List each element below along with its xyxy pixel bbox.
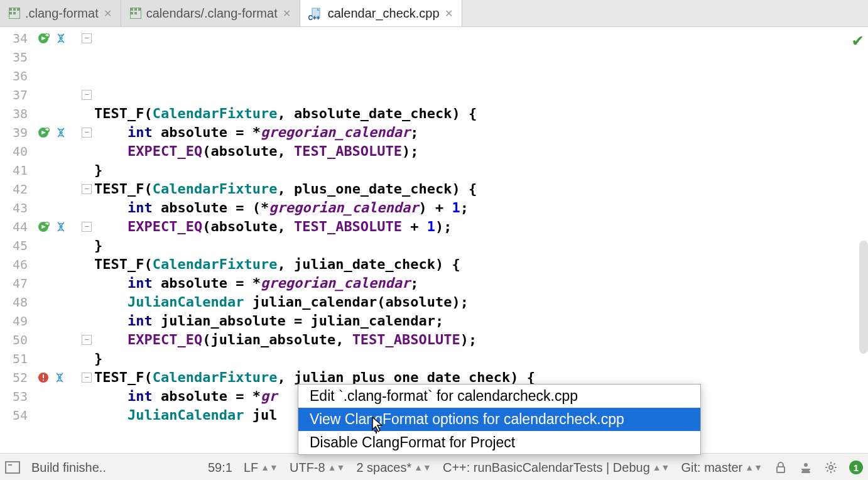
context-menu: Edit `.clang-format` for calendarcheck.c… <box>298 384 701 455</box>
svg-line-33 <box>827 471 828 472</box>
fold-toggle-icon[interactable]: − <box>82 184 92 194</box>
line-number[interactable]: 53 <box>0 387 28 406</box>
run-context[interactable]: C++: runBasicCalendarTests | Debug ▲▼ <box>443 461 670 475</box>
line-number[interactable]: 46 <box>0 255 28 274</box>
line-number[interactable]: 47 <box>0 274 28 293</box>
code-line[interactable]: int absolute = *gregorian_calendar; <box>94 274 868 293</box>
code-line[interactable]: int absolute = (*gregorian_calendar) + 1… <box>94 199 868 217</box>
context-menu-item[interactable]: Disable ClangFormat for Project <box>298 431 700 454</box>
line-number[interactable]: 43 <box>0 199 28 217</box>
line-number[interactable]: 38 <box>0 104 28 123</box>
line-number[interactable]: 37 <box>0 85 28 104</box>
line-number-gutter[interactable]: 3435363738394041424344454647484950515253… <box>0 27 31 453</box>
line-number[interactable]: 44 <box>0 217 28 236</box>
code-line[interactable]: EXPECT_EQ(absolute, TEST_ABSOLUTE + 1); <box>94 217 868 236</box>
close-icon[interactable]: ✕ <box>104 8 112 19</box>
code-line[interactable]: } <box>94 349 868 368</box>
svg-line-31 <box>834 471 835 472</box>
line-number[interactable]: 48 <box>0 293 28 312</box>
indent-settings[interactable]: 2 spaces* ▲▼ <box>356 461 431 475</box>
lock-icon[interactable] <box>774 461 788 474</box>
inspection-ok-icon[interactable]: ✔ <box>852 31 863 50</box>
line-number[interactable]: 45 <box>0 236 28 255</box>
line-number[interactable]: 50 <box>0 330 28 349</box>
code-line[interactable]: TEST_F(CalendarFixture, plus_one_date_ch… <box>94 180 868 199</box>
tab-label: .clang-format <box>25 6 99 21</box>
line-number[interactable]: 40 <box>0 142 28 161</box>
svg-point-25 <box>829 466 833 469</box>
code-line[interactable]: EXPECT_EQ(absolute, TEST_ABSOLUTE); <box>94 142 868 161</box>
chevron-updown-icon: ▲▼ <box>328 462 345 472</box>
line-separator[interactable]: LF ▲▼ <box>244 461 278 475</box>
run-test-icon[interactable] <box>38 126 50 139</box>
fold-toggle-icon[interactable]: − <box>82 335 92 345</box>
line-number[interactable]: 39 <box>0 123 28 142</box>
tab-label: calendar_check.cpp <box>328 6 440 21</box>
code-line[interactable]: EXPECT_EQ(julian_absolute, TEST_ABSOLUTE… <box>94 330 868 349</box>
context-menu-item[interactable]: View ClangFormat options for calendarche… <box>298 408 700 431</box>
inspector-icon[interactable] <box>799 461 813 474</box>
fold-column: −−−−−−− <box>82 27 94 453</box>
fold-toggle-icon[interactable]: − <box>82 373 92 383</box>
line-number[interactable]: 54 <box>0 406 28 425</box>
svg-line-32 <box>834 464 835 465</box>
tab-calendars-clang-format[interactable]: calendars/.clang-format ✕ <box>121 0 300 26</box>
code-line[interactable]: int julian_absolute = julian_calendar; <box>94 312 868 330</box>
line-number[interactable]: 41 <box>0 161 28 180</box>
editor-tabs: .clang-format ✕ calendars/.clang-format … <box>0 0 868 27</box>
gutter-mark-row <box>31 217 82 236</box>
code-line[interactable]: TEST_F(CalendarFixture, julian_date_chec… <box>94 255 868 274</box>
method-separator-icon <box>55 221 67 232</box>
caret-position[interactable]: 59:1 <box>208 461 232 475</box>
svg-rect-22 <box>777 467 784 472</box>
build-status[interactable]: Build finishe.. <box>31 461 106 475</box>
fold-toggle-icon[interactable]: − <box>82 222 92 232</box>
code-line[interactable]: JulianCalendar julian_calendar(absolute)… <box>94 293 868 312</box>
grid-icon <box>9 8 20 19</box>
code-line[interactable]: TEST_F(CalendarFixture, absolute_date_ch… <box>94 104 868 123</box>
gutter-marks <box>31 27 82 453</box>
line-number[interactable]: 42 <box>0 180 28 199</box>
code-line[interactable]: } <box>94 161 868 180</box>
close-icon[interactable]: ✕ <box>445 8 453 19</box>
tab-calendar-check-cpp[interactable]: calendar_check.cpp ✕ <box>300 0 462 26</box>
tab-label: calendars/.clang-format <box>146 6 278 21</box>
gear-icon[interactable] <box>824 461 838 474</box>
terminal-icon[interactable] <box>5 461 20 474</box>
error-icon[interactable] <box>38 372 49 383</box>
line-number[interactable]: 49 <box>0 312 28 330</box>
run-test-icon[interactable] <box>38 32 50 45</box>
chevron-updown-icon: ▲▼ <box>745 462 762 472</box>
vertical-scrollbar[interactable] <box>859 241 868 354</box>
fold-toggle-icon[interactable]: − <box>82 128 92 138</box>
gutter-mark-row <box>31 368 82 387</box>
cpp-file-icon <box>309 7 323 19</box>
svg-rect-24 <box>801 469 810 470</box>
git-branch[interactable]: Git: master ▲▼ <box>681 461 762 475</box>
encoding-label: UTF-8 <box>290 461 325 475</box>
method-separator-icon <box>55 127 67 138</box>
run-test-icon[interactable] <box>38 221 50 233</box>
close-icon[interactable]: ✕ <box>283 8 291 19</box>
line-number[interactable]: 34 <box>0 29 28 48</box>
line-number[interactable]: 52 <box>0 368 28 387</box>
line-number[interactable]: 36 <box>0 67 28 85</box>
svg-rect-17 <box>43 374 44 378</box>
fold-toggle-icon[interactable]: − <box>82 33 92 43</box>
context-menu-item[interactable]: Edit `.clang-format` for calendarcheck.c… <box>298 385 700 408</box>
line-number[interactable]: 51 <box>0 349 28 368</box>
mouse-cursor-icon <box>369 416 385 437</box>
tab-clang-format[interactable]: .clang-format ✕ <box>0 0 121 26</box>
line-number[interactable]: 35 <box>0 48 28 67</box>
gutter-mark-row <box>31 29 82 48</box>
code-line[interactable]: } <box>94 236 868 255</box>
svg-rect-0 <box>312 8 320 17</box>
file-encoding[interactable]: UTF-8 ▲▼ <box>290 461 345 475</box>
test-pass-icon[interactable]: 1 <box>849 461 863 474</box>
method-separator-icon <box>54 372 65 383</box>
chevron-updown-icon: ▲▼ <box>414 462 431 472</box>
svg-rect-18 <box>43 379 44 381</box>
code-line[interactable]: int absolute = *gregorian_calendar; <box>94 123 868 142</box>
grid-icon <box>130 8 141 19</box>
fold-toggle-icon[interactable]: − <box>82 90 92 100</box>
